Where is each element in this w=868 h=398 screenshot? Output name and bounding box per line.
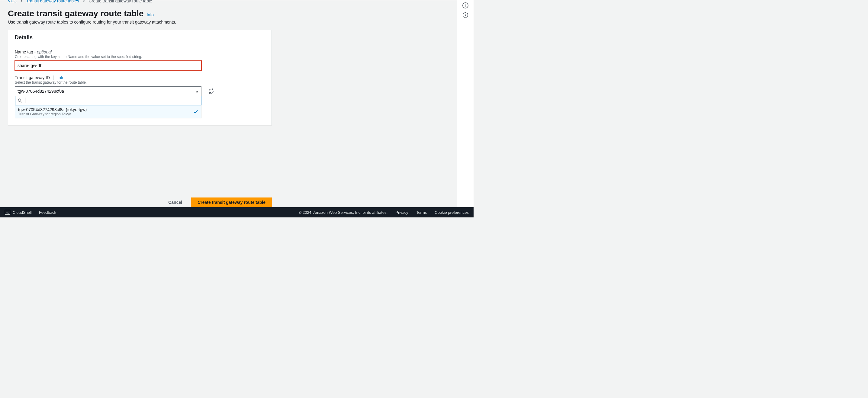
svg-point-2 (18, 157, 20, 160)
search-icon (113, 157, 118, 161)
breadcrumb-route-tables[interactable]: Transit gateway route tables (26, 0, 79, 3)
details-header: Details (8, 30, 272, 45)
text-cursor (25, 97, 25, 103)
tgw-id-label: Transit gateway ID (15, 75, 50, 80)
name-tag-label: Name tag - optional (15, 50, 265, 54)
settings-hex-icon[interactable] (462, 12, 468, 18)
name-tag-hint: Creates a tag with the key set to Name a… (15, 55, 265, 59)
name-tag-optional: - optional (34, 50, 52, 54)
breadcrumb-sep (20, 0, 24, 3)
create-button[interactable]: Create transit gateway route table (191, 197, 272, 207)
page-info-link[interactable]: Info (147, 12, 154, 17)
details-panel: Details Name tag - optional Creates a ta… (8, 30, 272, 125)
tag-limit-text: You can add up to 49 more tags. (15, 180, 265, 184)
remove-tag-button[interactable]: Remove (207, 154, 235, 164)
tgw-dropdown-option[interactable]: tgw-07054d8274298cf8a (tokyo-tgw) Transi… (15, 105, 202, 118)
tgw-selected-value: tgw-07054d8274298cf8a (18, 89, 64, 94)
svg-point-6 (114, 157, 116, 160)
right-toolbar: i (457, 0, 473, 207)
svg-line-8 (195, 157, 198, 160)
privacy-link[interactable]: Privacy (395, 210, 408, 215)
tags-panel: A tag is a label that you assign to an A… (8, 118, 272, 191)
option-secondary: Transit Gateway for region Tokyo (18, 112, 87, 116)
cloudshell-button[interactable]: >_ CloudShell (5, 210, 32, 215)
cancel-button[interactable]: Cancel (162, 197, 188, 207)
option-primary: tgw-07054d8274298cf8a (tokyo-tgw) (18, 107, 87, 112)
page-title-text: Create transit gateway route table (8, 9, 144, 19)
tag-value-label-text: Value (111, 148, 121, 153)
cloudshell-label: CloudShell (13, 210, 32, 215)
page-description: Use transit gateway route tables to conf… (8, 20, 449, 25)
copyright-text: © 2024, Amazon Web Services, Inc. or its… (299, 210, 388, 215)
breadcrumb-vpc[interactable]: VPC (8, 0, 17, 3)
cloudshell-icon: >_ (5, 210, 10, 215)
tgw-search-input[interactable] (25, 98, 198, 103)
cookie-preferences-link[interactable]: Cookie preferences (435, 210, 469, 215)
terms-link[interactable]: Terms (416, 210, 427, 215)
refresh-icon[interactable] (208, 88, 214, 94)
svg-line-3 (20, 160, 22, 161)
page-title: Create transit gateway route table Info (8, 9, 449, 19)
info-icon[interactable]: i (462, 2, 468, 8)
search-icon (17, 157, 22, 161)
svg-point-0 (18, 99, 21, 101)
check-icon (193, 109, 198, 114)
details-heading: Details (15, 34, 265, 41)
tgw-dropdown-search[interactable] (15, 96, 202, 105)
tag-value-input[interactable] (111, 154, 202, 164)
clear-icon[interactable] (99, 156, 103, 161)
svg-line-4 (99, 157, 102, 160)
footer: >_ CloudShell Feedback © 2024, Amazon We… (0, 207, 473, 217)
tag-value-label: Value - optional (111, 148, 202, 153)
tag-key-input[interactable] (15, 154, 105, 164)
tag-value-optional: - optional (123, 148, 140, 153)
name-tag-label-text: Name tag (15, 50, 33, 54)
svg-line-1 (21, 101, 22, 103)
breadcrumb: VPC Transit gateway route tables Create … (8, 0, 449, 3)
tgw-info-link[interactable]: Info (57, 75, 64, 80)
search-icon (18, 98, 22, 103)
tgw-select[interactable]: tgw-07054d8274298cf8a ▲ (15, 86, 202, 96)
svg-point-11 (465, 14, 466, 16)
add-tag-button[interactable]: Add new tag (15, 168, 51, 178)
tag-row: Key Value (15, 148, 265, 164)
svg-line-7 (116, 160, 118, 161)
clear-icon[interactable] (195, 156, 199, 161)
feedback-link[interactable]: Feedback (39, 210, 56, 215)
divider (54, 75, 54, 80)
tgw-dropdown: tgw-07054d8274298cf8a (tokyo-tgw) Transi… (15, 96, 202, 118)
tgw-id-hint: Select the transit gateway for the route… (15, 80, 265, 85)
caret-up-icon: ▲ (195, 89, 199, 93)
breadcrumb-current: Create transit gateway route table (89, 0, 152, 3)
svg-line-5 (99, 157, 102, 160)
tag-key-label: Key (15, 148, 105, 153)
svg-line-9 (195, 157, 198, 160)
breadcrumb-sep (83, 0, 86, 3)
tags-description: A tag is a label that you assign to an A… (15, 132, 265, 148)
form-actions: Cancel Create transit gateway route tabl… (8, 197, 272, 207)
name-tag-input[interactable] (15, 61, 202, 70)
